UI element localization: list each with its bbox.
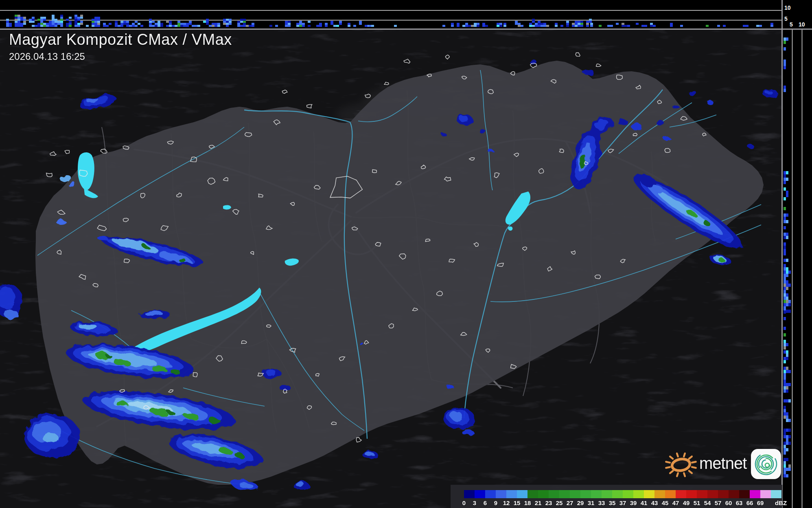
legend-tick: 23 — [545, 499, 552, 506]
axis-label-10km-h: 10 — [799, 21, 805, 28]
legend-cell — [591, 490, 602, 498]
legend-cell — [538, 490, 549, 498]
legend-cell — [517, 490, 527, 498]
legend-tick: 29 — [577, 499, 584, 506]
legend-tick: 54 — [704, 499, 711, 506]
radar-display: 10 5 5 10 Magyar Kompozit CMax / VMax 20… — [0, 0, 812, 508]
legend-cell — [549, 490, 559, 498]
legend-cell — [570, 490, 580, 498]
legend-cell — [686, 490, 697, 498]
legend-cell — [676, 490, 686, 498]
legend-tick: 15 — [514, 499, 521, 506]
legend-tick: 60 — [725, 499, 732, 506]
map-right-border — [781, 0, 783, 508]
legend-tick: 3 — [473, 499, 476, 506]
legend-tick: 21 — [535, 499, 542, 506]
legend-cell — [475, 490, 485, 498]
legend-cell — [559, 490, 570, 498]
legend-cell — [602, 490, 612, 498]
legend-tick: 51 — [694, 499, 700, 506]
legend-tick: 63 — [736, 499, 743, 506]
profile-axis-corner: 10 5 5 10 — [783, 0, 812, 29]
metnet-logo: metnet — [663, 446, 782, 482]
legend-tick: 66 — [746, 499, 753, 506]
legend-tick: 39 — [630, 499, 637, 506]
legend-tick: 49 — [683, 499, 690, 506]
legend-tick: 25 — [556, 499, 563, 506]
legend-tick: 37 — [619, 499, 626, 506]
dbz-legend: 0369121518212325272931333537394143454749… — [451, 485, 782, 508]
legend-tick: 0 — [462, 499, 466, 506]
legend-cell — [707, 490, 718, 498]
timestamp: 2026.04.13 16:25 — [9, 51, 232, 62]
axis-label-5km-h: 5 — [790, 21, 793, 28]
legend-cell — [654, 490, 665, 498]
legend-cell — [485, 490, 496, 498]
legend-cell — [739, 490, 750, 498]
legend-cell — [729, 490, 739, 498]
legend-tick: 45 — [662, 499, 669, 506]
legend-tick: 43 — [651, 499, 658, 506]
logo-text: metnet — [699, 454, 746, 473]
legend-cell — [580, 490, 591, 498]
radar-map — [0, 29, 782, 508]
legend-tick: 41 — [641, 499, 648, 506]
legend-tick: 9 — [494, 499, 497, 506]
legend-cell — [633, 490, 644, 498]
legend-cell — [527, 490, 538, 498]
legend-cell — [612, 490, 623, 498]
legend-tick: 18 — [524, 499, 531, 506]
legend-tick: 69 — [757, 499, 764, 506]
legend-tick: 33 — [598, 499, 605, 506]
legend-tick: 57 — [715, 499, 722, 506]
sun-icon — [663, 446, 698, 482]
legend-cell — [644, 490, 654, 498]
legend-tick: 27 — [567, 499, 573, 506]
vmax-right-profile — [782, 29, 812, 508]
legend-cell — [506, 490, 517, 498]
legend-tick: 12 — [503, 499, 510, 506]
dbz-colorbar — [464, 490, 781, 498]
legend-cell — [760, 490, 771, 498]
axis-label-10km: 10 — [784, 4, 791, 11]
title-block: Magyar Kompozit CMax / VMax 2026.04.13 1… — [9, 31, 232, 62]
legend-cell — [623, 490, 633, 498]
legend-cell — [496, 490, 506, 498]
legend-cell — [771, 490, 781, 498]
dbz-tick-labels: 0369121518212325272931333537394143454749… — [464, 499, 794, 507]
legend-cell — [750, 490, 760, 498]
legend-cell — [665, 490, 676, 498]
legend-tick: 31 — [588, 499, 595, 506]
legend-tick: 6 — [484, 499, 487, 506]
legend-cell — [718, 490, 729, 498]
page-title: Magyar Kompozit CMax / VMax — [9, 31, 232, 48]
legend-unit: dBZ — [775, 499, 787, 506]
axis-label-5km: 5 — [784, 15, 788, 22]
map-top-border — [0, 29, 812, 30]
legend-cell — [464, 490, 475, 498]
vmax-top-profile — [0, 0, 782, 29]
legend-cell — [697, 490, 707, 498]
legend-tick: 47 — [672, 499, 679, 506]
legend-tick: 35 — [609, 499, 616, 506]
swirl-icon — [751, 449, 781, 479]
